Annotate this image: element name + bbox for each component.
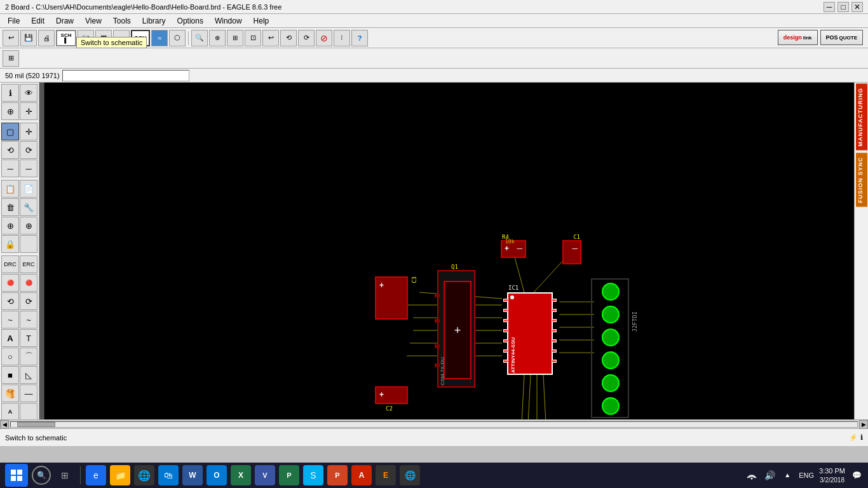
menu-window[interactable]: Window [210,15,247,27]
start-button[interactable] [5,464,28,487]
layers-button[interactable]: ≡ [113,30,130,46]
zoom-prev-button[interactable]: ↩ [262,30,279,46]
zoom-tool[interactable]: ⊕ [1,102,19,120]
task-explorer[interactable]: 📁 [110,465,130,485]
task-powerpoint[interactable]: P [327,465,348,485]
menu-edit[interactable]: Edit [26,15,50,27]
rect-tool[interactable]: ■ [1,366,19,384]
scroll-thumb[interactable] [17,422,55,427]
lock-tool[interactable]: 🔒 [1,235,19,253]
stats-button[interactable]: ▦ [95,30,112,46]
minimize-button[interactable]: ─ [824,2,835,12]
info-tool[interactable]: ℹ [1,84,19,102]
menu-view[interactable]: View [80,15,107,27]
view-tool[interactable]: 👁 [20,84,37,102]
tray-volume[interactable]: 🔊 [763,469,776,482]
menu-options[interactable]: Options [172,15,208,27]
fusion-sync-tab[interactable]: FUSION SYNC [856,153,867,207]
attribute-tool[interactable]: 🔧 [20,198,37,216]
maximize-button[interactable]: □ [837,2,849,12]
spline-tool[interactable]: ~ [20,311,37,329]
arc-tool[interactable]: ~ [1,311,19,329]
zoom-in-button[interactable]: ⊕ [209,30,226,46]
save-button[interactable]: 🖨 [38,30,55,46]
drc-tool[interactable]: DRC [1,255,19,273]
pad-tool[interactable]: 🔴 [1,274,19,292]
task-browser2[interactable]: 🌐 [400,465,420,485]
wire-tool[interactable]: ─ [20,159,37,177]
pcb-canvas-area[interactable]: R4 10k + ─ C1 ─ Q1 + CSM-7X-DU C3 [44,83,854,419]
task-word[interactable]: W [182,465,203,485]
sch-button[interactable]: SCH [131,30,150,46]
copy-tool[interactable]: 📋 [1,180,19,198]
scroll-track[interactable] [10,421,858,428]
line-tool[interactable]: ─ [1,159,19,177]
move-tool[interactable]: ✛ [20,123,37,140]
task-taskview[interactable]: ⊞ [55,465,75,485]
tray-more[interactable]: ▲ [781,469,794,482]
grid-button[interactable]: ⊞ [3,50,19,67]
manufacturing-tab[interactable]: MANUFACTURING [856,84,867,151]
zoom-area-button[interactable]: ⊡ [245,30,261,46]
task-search[interactable]: 🔍 [32,466,51,485]
erc-tool[interactable]: ERC [20,255,37,273]
open-button[interactable]: 💾 [20,30,37,46]
rotate-ccw-tool[interactable]: ⟲ [1,141,19,159]
task-store[interactable]: 🛍 [158,465,179,485]
tray-network[interactable] [745,469,758,482]
more-button[interactable]: ⁝ [334,30,350,46]
task-excel[interactable]: X [231,465,251,485]
task-project[interactable]: P [279,465,299,485]
task-edge[interactable]: e [86,465,106,485]
value-tool[interactable] [20,403,37,419]
arc2-tool[interactable]: ⌒ [20,348,37,365]
select-tool[interactable]: ▢ [1,123,19,140]
switch-schematic-button[interactable]: SCH▌ [56,30,76,46]
zoom-fit-button[interactable]: ⊞ [227,30,243,46]
scroll-right-btn[interactable]: ▶ [859,420,868,429]
zoom-out-button[interactable]: 🔍 [191,30,208,46]
help-button[interactable]: ? [351,30,368,46]
command-input[interactable] [62,70,189,81]
ratsnest-button[interactable]: ≈ [151,30,168,46]
hex-button[interactable]: ⬡ [169,30,186,46]
new-button[interactable]: ↩ [3,30,19,46]
polygon-tool[interactable]: ⟳ [20,292,37,310]
smash-tool[interactable]: ⊕ [20,217,37,234]
pan-tool[interactable]: ✛ [20,102,37,120]
menu-file[interactable]: File [3,15,25,27]
text-tool[interactable]: A [1,329,19,347]
delete-tool[interactable]: 🗑 [1,198,19,216]
menu-draw[interactable]: Draw [51,15,79,27]
task-chrome[interactable]: 🌐 [134,465,154,485]
polygon2-tool[interactable]: ◺ [20,366,37,384]
via-tool[interactable]: 🔴 [20,274,37,292]
pos-quote-button[interactable]: POS QUOTE [820,30,863,45]
name-tool[interactable]: A [1,403,19,419]
task-skype[interactable]: S [303,465,323,485]
dimension-tool[interactable]: T [20,329,37,347]
tray-notification[interactable]: 💬 [850,469,863,482]
task-outlook[interactable]: O [207,465,227,485]
close-button[interactable]: ✕ [851,2,863,12]
scroll-left-btn[interactable]: ◀ [0,420,9,429]
menu-tools[interactable]: Tools [108,15,136,27]
task-eagle[interactable]: E [376,465,396,485]
task-autodesk[interactable]: A [351,465,372,485]
undo-button[interactable]: ⟲ [280,30,297,46]
tray-datetime[interactable]: 3:30 PM 3/2/2018 [819,466,845,484]
signal-tool[interactable]: ⟲ [1,292,19,310]
add-tool[interactable]: ⊕ [1,217,19,234]
paste-tool[interactable]: 📄 [20,180,37,198]
design-link-button[interactable]: design link [778,30,818,45]
menu-library[interactable]: Library [137,15,171,27]
unlock-tool[interactable] [20,235,37,253]
circle-tool[interactable]: ○ [1,348,19,365]
miter-tool[interactable]: — [20,384,37,402]
task-visio[interactable]: V [255,465,275,485]
rotate-cw-tool[interactable]: ⟳ [20,141,37,159]
camera-button[interactable]: 📷 [78,30,94,46]
hole-tool[interactable]: 🥞 [1,384,19,402]
menu-help[interactable]: Help [248,15,275,27]
redo-button[interactable]: ⟳ [298,30,315,46]
